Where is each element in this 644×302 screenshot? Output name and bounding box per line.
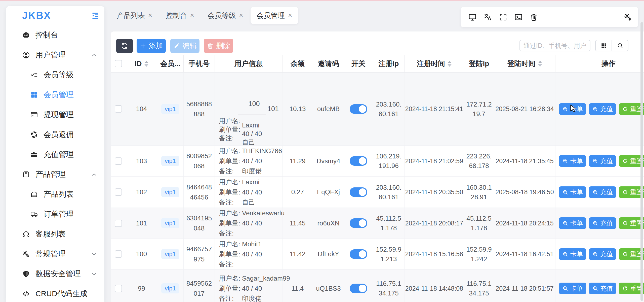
row-checkbox[interactable] xyxy=(115,250,122,258)
row-checkbox[interactable] xyxy=(115,105,122,113)
add-button[interactable]: 添加 xyxy=(137,39,166,53)
tab-4[interactable]: 会员管理× xyxy=(251,7,298,24)
refresh-button[interactable] xyxy=(116,39,133,53)
sidebar-item-gears[interactable]: 常规管理 xyxy=(6,244,104,264)
phone-number: 6304195048 xyxy=(184,213,215,233)
sidebar-item-briefcase[interactable]: 充值管理 xyxy=(6,145,104,164)
monitor-icon[interactable] xyxy=(468,13,477,21)
status-toggle[interactable] xyxy=(350,284,367,293)
action-button-reset-order[interactable]: 重置订单 xyxy=(619,217,644,229)
cell-login-time: 2024-11-18 20:51:57 xyxy=(494,270,555,302)
column-header-id[interactable]: ID xyxy=(126,55,157,72)
row-checkbox[interactable] xyxy=(115,220,122,227)
sidebar-item-package[interactable]: 产品管理 xyxy=(6,164,104,184)
fullscreen-icon[interactable] xyxy=(499,13,507,21)
tab-3[interactable]: 会员等级× xyxy=(202,7,249,24)
register-time-value: 2024-11-18 20:35:50 xyxy=(405,188,463,196)
briefcase-icon xyxy=(30,151,38,158)
status-toggle[interactable] xyxy=(350,156,367,166)
tab-close-icon[interactable]: × xyxy=(288,12,292,19)
action-button-recharge[interactable]: 充值 xyxy=(589,186,616,198)
column-header-switch: 开关 xyxy=(344,55,373,72)
sidebar: JKBX 控制台用户管理会员等级会员管理提现管理会员返佣充值管理产品管理产品列表… xyxy=(6,6,104,302)
sort-carets-icon[interactable] xyxy=(448,61,452,67)
sidebar-item-dashboard[interactable]: 控制台 xyxy=(6,25,104,45)
action-button-recharge[interactable]: 充值 xyxy=(589,103,616,115)
tab-close-icon[interactable]: × xyxy=(148,12,152,19)
status-toggle[interactable] xyxy=(350,104,367,114)
zoom-in-icon xyxy=(592,251,598,257)
translate-icon[interactable] xyxy=(484,13,492,21)
cell-switch xyxy=(344,73,373,145)
cell-id: 103 xyxy=(126,146,157,176)
action-button-reset-order[interactable]: 重置订单 xyxy=(619,103,644,115)
phone-number: 5688888888 xyxy=(184,99,215,119)
search-input[interactable] xyxy=(519,40,590,51)
select-all-checkbox[interactable] xyxy=(115,60,122,67)
action-button-recharge[interactable]: 充值 xyxy=(589,283,616,294)
action-button-card-order[interactable]: 卡单 xyxy=(559,186,586,198)
sidebar-item-code[interactable]: CRUD代码生成 xyxy=(6,284,104,302)
search-button[interactable] xyxy=(612,40,628,51)
tab-1[interactable]: 产品列表× xyxy=(111,7,158,24)
sidebar-item-user[interactable]: 用户管理 xyxy=(6,45,104,65)
action-button-recharge[interactable]: 充值 xyxy=(589,248,616,260)
inline-edit-value[interactable]: 100 xyxy=(239,100,269,108)
sidebar-item-checklist[interactable]: 会员等级 xyxy=(6,65,104,85)
edit-button[interactable]: 编辑 xyxy=(170,39,199,53)
action-button-card-order[interactable]: 卡单 xyxy=(559,217,586,229)
row-checkbox[interactable] xyxy=(115,188,122,196)
action-button-reset-order[interactable]: 重置订单 xyxy=(619,283,644,294)
phone-number: 8009852068 xyxy=(184,151,215,171)
sort-carets-icon[interactable] xyxy=(538,61,542,67)
settings-icon[interactable] xyxy=(624,13,632,21)
column-header-register-time[interactable]: 注册时间 xyxy=(405,55,464,72)
sort-carets-icon[interactable] xyxy=(144,61,148,67)
action-button-reset-order[interactable]: 重置订单 xyxy=(619,248,644,260)
sidebar-item-headset[interactable]: 客服列表 xyxy=(6,224,104,244)
sidebar-item-label: 数据安全管理 xyxy=(35,269,81,279)
sidebar-item-commission[interactable]: 会员返佣 xyxy=(6,125,104,145)
trash-icon[interactable] xyxy=(530,13,538,21)
row-checkbox[interactable] xyxy=(115,157,122,165)
terminal-icon[interactable] xyxy=(514,13,523,21)
action-button-card-order[interactable]: 卡单 xyxy=(559,155,586,167)
action-button-card-order[interactable]: 卡单 xyxy=(559,248,586,260)
remark-label: 备注: xyxy=(219,259,242,269)
tab-close-icon[interactable]: × xyxy=(239,12,243,19)
row-checkbox[interactable] xyxy=(115,285,122,292)
action-button-reset-order[interactable]: 重置订单 xyxy=(619,155,644,167)
delete-button[interactable]: 删除 xyxy=(204,39,233,53)
sidebar-item-shield[interactable]: 数据安全管理 xyxy=(6,264,104,284)
register-time-value: 2024-11-18 15:16:58 xyxy=(405,250,463,258)
status-toggle[interactable] xyxy=(350,218,367,228)
toggle-knob xyxy=(359,188,366,196)
sidebar-item-card[interactable]: 提现管理 xyxy=(6,105,104,125)
action-button-recharge[interactable]: 充值 xyxy=(589,155,616,167)
column-header-login-time[interactable]: 登陆时间 xyxy=(494,55,555,72)
cell-member-level: vip1 xyxy=(157,270,184,302)
cell-actions: 卡单充值重置订单 xyxy=(555,177,644,208)
username-label: 用户名: xyxy=(219,177,242,187)
columns-button[interactable] xyxy=(596,40,612,51)
cell-id: 100 xyxy=(126,239,157,269)
sidebar-item-truck[interactable]: 订单管理 xyxy=(6,204,104,224)
vertical-scrollbar[interactable] xyxy=(640,22,643,301)
tab-close-icon[interactable]: × xyxy=(190,12,194,19)
status-toggle[interactable] xyxy=(350,249,367,259)
sidebar-collapse-icon[interactable] xyxy=(91,11,99,19)
brush-value: 40 / 40 xyxy=(242,187,262,197)
table-row: 99vip18459562017用户名:Sagar_kadam99刷单量:40 … xyxy=(111,270,644,302)
action-button-reset-order[interactable]: 重置订单 xyxy=(619,186,644,198)
sidebar-item-grid[interactable]: 会员管理 xyxy=(6,85,104,105)
tab-2[interactable]: 控制台× xyxy=(160,7,200,24)
action-button-card-order[interactable]: 卡单 xyxy=(559,283,586,294)
status-toggle[interactable] xyxy=(350,187,367,197)
sidebar-item-label: 产品管理 xyxy=(35,169,66,180)
sidebar-item-bread[interactable]: 产品列表 xyxy=(6,184,104,204)
action-button-card-order[interactable]: 卡单 xyxy=(559,103,586,115)
column-header-user-info: 用户信息 xyxy=(215,55,283,72)
invite-code-value: Dvsmy4 xyxy=(317,157,340,165)
action-button-recharge[interactable]: 充值 xyxy=(589,217,616,229)
register-time-value: 2024-11-18 20:08:17 xyxy=(405,220,463,227)
